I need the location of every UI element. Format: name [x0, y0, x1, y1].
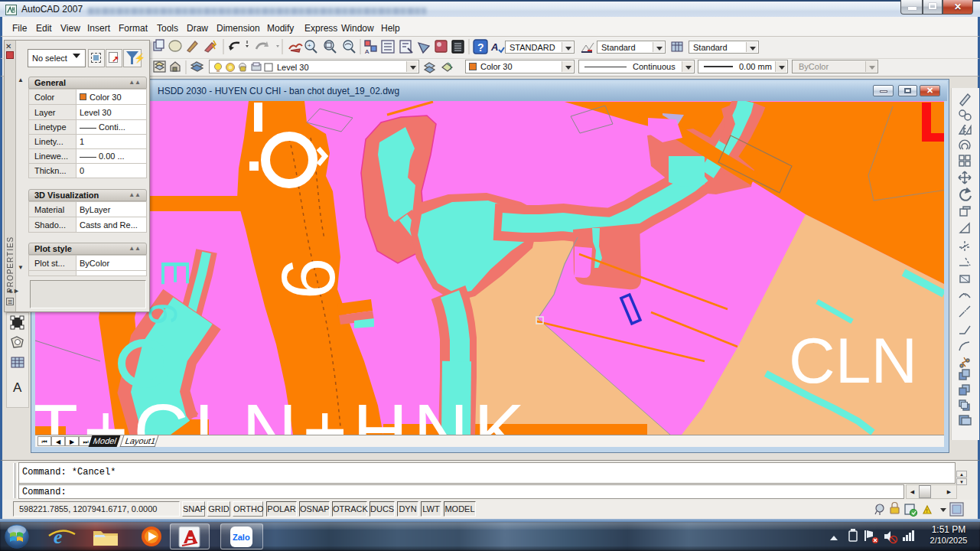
svg-text:Zalo: Zalo [233, 533, 250, 542]
svg-text:6: 6 [266, 258, 350, 300]
svg-text:?: ? [477, 41, 484, 54]
svg-text:T+CLN+HNK: T+CLN+HNK [35, 388, 530, 435]
svg-text:E: E [153, 259, 197, 286]
svg-text:A: A [13, 380, 22, 395]
svg-text:+: + [308, 42, 311, 49]
svg-text:CLN: CLN [789, 324, 917, 396]
svg-text:e: e [54, 526, 63, 548]
svg-text:A: A [490, 41, 498, 53]
svg-text:!: ! [926, 507, 928, 514]
svg-text:A: A [365, 48, 370, 55]
